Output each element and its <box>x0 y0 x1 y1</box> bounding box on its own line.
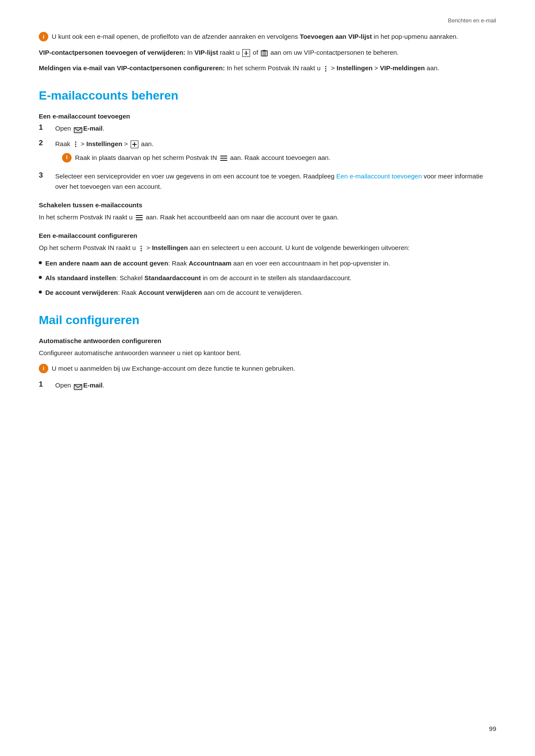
plus-icon-step2 <box>131 141 138 148</box>
step1-num: 1 <box>39 123 55 132</box>
step2-bold: Instellingen <box>86 140 122 147</box>
bullet1-text: : Raak <box>168 259 189 267</box>
bullet-dot-1 <box>39 261 42 264</box>
bullet-dot-3 <box>39 291 42 294</box>
menu-icon-sub2 <box>135 215 143 221</box>
step3-item: 3 Selecteer een serviceprovider en voer … <box>39 171 496 192</box>
section2-title: Mail configureren <box>39 313 496 328</box>
section1-title: E-mailaccounts beheren <box>39 88 496 103</box>
dots-icon-meld <box>323 65 329 72</box>
info-icon-1: i <box>39 32 48 41</box>
step3-num: 3 <box>39 171 55 180</box>
meld-bold1: Meldingen via e-mail van VIP-contactpers… <box>39 64 225 72</box>
meld-text2: > <box>329 64 337 72</box>
bullet-3-text: De account verwijderen: Raak Account ver… <box>45 287 303 298</box>
section2-tip-text: U moet u aanmelden bij uw Exchange-accou… <box>52 363 496 373</box>
step2-text1: Raak <box>55 140 72 147</box>
step1-content: Open E-mail. <box>55 123 496 134</box>
vip-bold1: VIP-contactpersonen toevoegen of verwijd… <box>39 49 185 56</box>
vip-text3: of <box>251 49 260 56</box>
step2-tip-text: Raak in plaats daarvan op het scherm Pos… <box>75 153 496 162</box>
email-icon-section2 <box>74 383 82 389</box>
trash-icon <box>261 49 268 57</box>
bullet2-bold: Als standaard instellen <box>45 274 116 281</box>
sub3-text3: aan en selecteert u een account. U kunt … <box>188 244 410 251</box>
step2-content: Raak > Instellingen > aan. i Raak in pla… <box>55 139 496 166</box>
bullet3-bold2: Account verwijderen <box>138 289 202 296</box>
sub3-bold: Instellingen <box>152 244 188 251</box>
step1-item: 1 Open E-mail. <box>39 123 496 134</box>
section2-step1-num: 1 <box>39 380 55 389</box>
step3-text: Selecteer een serviceprovider en voer uw… <box>55 172 336 180</box>
bullet2-bold2: Standaardaccount <box>144 274 201 281</box>
bullet1-bold: Een andere naam aan de account geven <box>45 259 168 267</box>
breadcrumb-text: Berichten en e-mail <box>448 17 496 24</box>
section2-sub1-title: Automatische antwoorden configureren <box>39 337 496 344</box>
step2-text4: aan. <box>139 140 153 147</box>
bullet3-bold: De account verwijderen <box>45 289 118 296</box>
sub3-para: Op het scherm Postvak IN raakt u > Inste… <box>39 243 496 253</box>
sub2-title: Schakelen tussen e-mailaccounts <box>39 201 496 209</box>
bullet-item-2: Als standaard instellen: Schakel Standaa… <box>39 273 496 283</box>
sub2-text2: aan. Raak het accountbeeld aan om naar d… <box>144 213 339 221</box>
bullet2-text: : Schakel <box>116 274 144 281</box>
bullet-2-text: Als standaard instellen: Schakel Standaa… <box>45 273 351 283</box>
bullet3-text: : Raak <box>118 289 138 296</box>
menu-icon-step2 <box>220 155 228 161</box>
sub3-text2: > <box>144 244 152 251</box>
sub2-para: In het scherm Postvak IN raakt u aan. Ra… <box>39 212 496 222</box>
section2-step1-bold: E-mail <box>83 381 103 389</box>
info-icon-section2: i <box>39 364 48 373</box>
tip1-bold: Toevoegen aan VIP-lijst <box>300 33 372 40</box>
info-icon-step2: i <box>62 153 72 162</box>
step3-link[interactable]: Een e-mailaccount toevoegen <box>336 172 422 180</box>
meldingen-para: Meldingen via e-mail van VIP-contactpers… <box>39 63 496 73</box>
tip-text-1: U kunt ook een e-mail openen, de profiel… <box>52 31 496 41</box>
section2-step1: 1 Open E-mail. <box>39 380 496 390</box>
bullet2-text2: in om de account in te stellen als stand… <box>201 274 351 281</box>
step2-tip: i Raak in plaats daarvan op het scherm P… <box>62 153 496 162</box>
sub1-title: Een e-mailaccount toevoegen <box>39 112 496 120</box>
bullet-item-1: Een andere naam aan de account geven: Ra… <box>39 258 496 269</box>
tip-block-1: i U kunt ook een e-mail openen, de profi… <box>39 31 496 41</box>
email-icon-step1 <box>74 126 82 132</box>
bullet1-text2: aan en voer een accountnaam in het pop-u… <box>232 259 390 267</box>
section2-sub1-para: Configureer automatische antwoorden wann… <box>39 348 496 358</box>
page-number: 99 <box>489 725 496 732</box>
vip-text4: aan om uw VIP-contactpersonen te beheren… <box>269 49 399 56</box>
sub3-bullets: Een andere naam aan de account geven: Ra… <box>39 258 496 298</box>
meld-text1: In het scherm Postvak IN raakt u <box>225 64 322 72</box>
sub3-text1: Op het scherm Postvak IN raakt u <box>39 244 138 251</box>
vip-text2: raakt u <box>218 49 241 56</box>
sub2-text: In het scherm Postvak IN raakt u <box>39 213 135 221</box>
vip-para: VIP-contactpersonen toevoegen of verwijd… <box>39 47 496 58</box>
section2-step1-content: Open E-mail. <box>55 380 496 390</box>
section2-tip: i U moet u aanmelden bij uw Exchange-acc… <box>39 363 496 373</box>
tip1-text2: in het pop-upmenu aanraken. <box>372 33 458 40</box>
step2-tip-text2: aan. Raak account toevoegen aan. <box>228 154 331 161</box>
section2-step1-text1: Open <box>55 381 73 389</box>
meld-text3: > <box>372 64 380 72</box>
meld-bold2: Instellingen <box>337 64 372 72</box>
bullet1-bold2: Accountnaam <box>189 259 232 267</box>
step2-text3: > <box>122 140 130 147</box>
section2-step1-text2: . <box>103 381 104 389</box>
vip-bold2: VIP-lijst <box>194 49 218 56</box>
sub3-title: Een e-mailaccount configureren <box>39 232 496 239</box>
bullet-dot-2 <box>39 276 42 279</box>
meld-text4: aan. <box>425 64 439 72</box>
bullet-1-text: Een andere naam aan de account geven: Ra… <box>45 258 390 269</box>
dots-icon-sub3 <box>138 244 144 252</box>
meld-bold3: VIP-meldingen <box>380 64 425 72</box>
step1-bold: E-mail <box>83 125 103 132</box>
step1-text2: . <box>103 125 104 132</box>
breadcrumb: Berichten en e-mail <box>39 17 496 24</box>
step1-text1: Open <box>55 125 73 132</box>
page-container: Berichten en e-mail i U kunt ook een e-m… <box>0 0 535 430</box>
bullet3-text2: aan om de account te verwijderen. <box>202 289 302 296</box>
section2-sub1-text: Configureer automatische antwoorden wann… <box>39 349 241 356</box>
bullet-item-3: De account verwijderen: Raak Account ver… <box>39 287 496 298</box>
step2-text2: > <box>79 140 86 147</box>
plus-icon <box>242 49 250 57</box>
step2-item: 2 Raak > Instellingen > aan. i Raak in p… <box>39 139 496 166</box>
